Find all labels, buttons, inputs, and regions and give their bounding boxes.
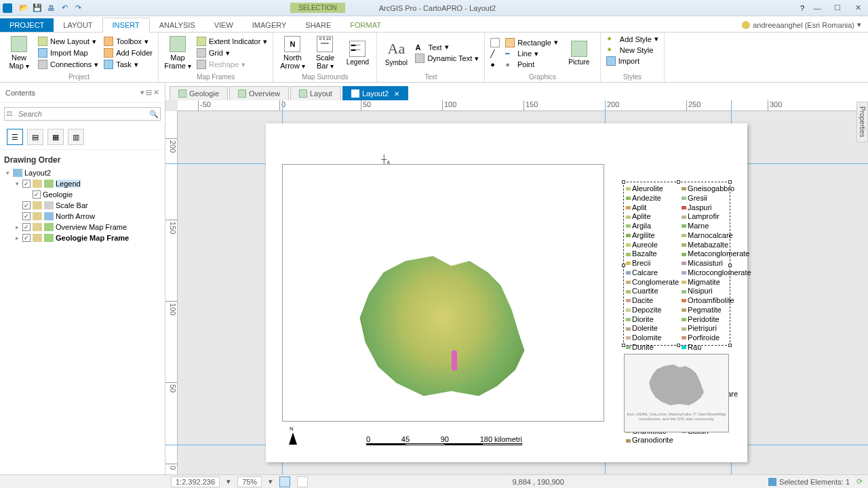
help-icon[interactable]: ?	[800, 4, 804, 12]
map-frame-button[interactable]: Map Frame ▾	[163, 34, 193, 72]
open-icon[interactable]: 📂	[18, 2, 30, 14]
add-style-button[interactable]: ✦ Add Style ▾	[605, 34, 660, 44]
legend-element[interactable]: AleuroliteAndeziteAplitApliteArgilaArgil…	[623, 182, 730, 346]
picture-button[interactable]: Picture	[562, 34, 596, 72]
task-button[interactable]: Task ▾	[102, 59, 154, 70]
tree-root-layout2[interactable]: ▾Layout2	[4, 167, 161, 178]
tab-format[interactable]: FORMAT	[340, 18, 391, 32]
view-tab-layout2[interactable]: Layout2✕	[342, 86, 408, 100]
pin-icon[interactable]: ⊟	[146, 88, 152, 97]
line-button[interactable]: ━ Line ▾	[504, 49, 559, 59]
shape-line-icon-button[interactable]: ╱	[489, 49, 501, 59]
grid-button[interactable]: Grid ▾	[195, 47, 269, 58]
view-tab-geologie[interactable]: Geologie	[170, 86, 228, 100]
text-button[interactable]: A Text ▾	[414, 42, 480, 52]
layout-canvas[interactable]: -50 0 50 100 150 200 250 300 200 150 100…	[165, 100, 868, 474]
filter-icon[interactable]: ⚖	[6, 109, 16, 119]
shape-rect-icon-button[interactable]	[489, 37, 501, 48]
snap-grid-button[interactable]	[279, 476, 290, 487]
contents-search[interactable]: ⚖ 🔍	[4, 107, 161, 121]
import-style-button[interactable]: Import	[605, 56, 660, 66]
snap-guides-button[interactable]	[297, 476, 308, 487]
north-arrow-button[interactable]: NNorth Arrow ▾	[277, 34, 307, 72]
legend-button[interactable]: ▬—▬—Legend	[342, 34, 372, 72]
list-source-button[interactable]: ▤	[27, 129, 43, 145]
scale-dropdown-icon[interactable]: ▾	[226, 477, 231, 486]
selected-count[interactable]: Selected Elements: 1	[768, 478, 850, 486]
visibility-checkbox[interactable]	[22, 212, 31, 220]
visibility-checkbox[interactable]	[33, 190, 41, 199]
ribbon-group-styles: ✦ Add Style ▾ ✦ New Style Import Styles	[601, 33, 665, 82]
dropdown-icon[interactable]: ▾	[140, 88, 144, 97]
list-selection-button[interactable]: ▦	[47, 129, 64, 145]
search-input[interactable]	[18, 110, 149, 118]
tree-north-arrow[interactable]: North Arrow	[4, 211, 161, 222]
search-icon[interactable]: 🔍	[149, 110, 159, 119]
rectangle-button[interactable]: Rectangle ▾	[504, 37, 559, 48]
print-icon[interactable]: 🖶	[45, 2, 57, 14]
scale-bar-button[interactable]: 0 5 10━━━Scale Bar ▾	[310, 34, 340, 72]
tab-share[interactable]: SHARE	[296, 18, 340, 32]
view-tab-layout[interactable]: Layout	[290, 86, 341, 100]
contents-header: Contents ▾ ⊟ ✕	[0, 83, 165, 103]
new-layout-button[interactable]: New Layout ▾	[37, 36, 100, 47]
resize-handle[interactable]	[728, 344, 732, 347]
redo-icon[interactable]: ↷	[72, 2, 84, 14]
legend-item: Argila	[626, 222, 679, 231]
point-button[interactable]: ● Point	[504, 60, 559, 69]
list-labeling-button[interactable]: ▥	[68, 129, 84, 145]
scale-input[interactable]: 1:2.392.236	[171, 476, 220, 487]
new-style-button[interactable]: ✦ New Style	[605, 45, 660, 55]
resize-handle[interactable]	[728, 264, 732, 267]
north-arrow-element[interactable]	[286, 427, 300, 447]
tab-view[interactable]: VIEW	[205, 18, 243, 32]
tree-legend[interactable]: ▾Legend	[4, 178, 161, 189]
tree-overview-frame[interactable]: ▸Overview Map Frame	[4, 222, 161, 232]
zoom-dropdown-icon[interactable]: ▾	[269, 477, 273, 486]
tree-geologie-layer[interactable]: Geologie	[4, 189, 161, 200]
import-map-button[interactable]: Import Map	[37, 47, 100, 58]
visibility-checkbox[interactable]	[22, 180, 31, 188]
user-account[interactable]: andreeaanghel (Esri Romania) ▾	[735, 18, 868, 32]
maximize-button[interactable]: ☐	[827, 1, 848, 16]
main-map-frame[interactable]	[282, 164, 604, 422]
properties-tab[interactable]: Properties	[856, 102, 868, 142]
close-pane-icon[interactable]: ✕	[153, 88, 159, 97]
resize-handle[interactable]	[622, 264, 625, 267]
tab-layout[interactable]: LAYOUT	[54, 18, 102, 32]
overview-map-frame[interactable]: Esri, HERE, DeLorme, MapmyIndia, © OpenS…	[624, 354, 729, 432]
connections-button[interactable]: Connections ▾	[37, 59, 100, 70]
resize-handle[interactable]	[677, 180, 680, 184]
save-icon[interactable]: 💾	[31, 2, 43, 14]
visibility-checkbox[interactable]	[22, 234, 31, 242]
visibility-checkbox[interactable]	[22, 223, 31, 231]
tab-insert[interactable]: INSERT	[102, 18, 150, 33]
tab-imagery[interactable]: IMAGERY	[243, 18, 296, 32]
scale-bar-element[interactable]: 04590180 kilometri	[366, 435, 522, 447]
resize-handle[interactable]	[622, 344, 625, 347]
tree-geologie-frame[interactable]: ▸Geologie Map Frame	[4, 232, 161, 243]
extent-indicator-button[interactable]: Extent Indicator ▾	[195, 36, 269, 47]
add-folder-button[interactable]: Add Folder	[102, 47, 154, 58]
zoom-input[interactable]: 75%	[237, 476, 262, 487]
list-drawing-order-button[interactable]: ☰	[7, 129, 23, 145]
new-map-button[interactable]: New Map ▾	[4, 34, 34, 72]
close-tab-icon[interactable]: ✕	[394, 90, 399, 98]
undo-icon[interactable]: ↶	[58, 2, 71, 14]
shape-point-icon-button[interactable]: ●	[489, 60, 501, 69]
view-tab-overview[interactable]: Overview	[229, 86, 289, 100]
visibility-checkbox[interactable]	[22, 201, 31, 209]
dynamic-text-button[interactable]: Dynamic Text ▾	[414, 53, 480, 64]
resize-handle[interactable]	[677, 344, 680, 347]
tab-analysis[interactable]: ANALYSIS	[150, 18, 205, 32]
resize-handle[interactable]	[728, 180, 732, 184]
symbol-button[interactable]: AaSymbol	[381, 34, 411, 72]
tree-scale-bar[interactable]: Scale Bar	[4, 200, 161, 211]
resize-handle[interactable]	[622, 180, 625, 184]
minimize-button[interactable]: —	[807, 1, 827, 16]
map-tab-icon	[238, 89, 246, 98]
close-button[interactable]: ✕	[848, 1, 868, 16]
tab-project[interactable]: PROJECT	[0, 18, 54, 32]
refresh-icon[interactable]: ⟳	[856, 477, 863, 486]
toolbox-button[interactable]: Toolbox ▾	[102, 36, 154, 47]
